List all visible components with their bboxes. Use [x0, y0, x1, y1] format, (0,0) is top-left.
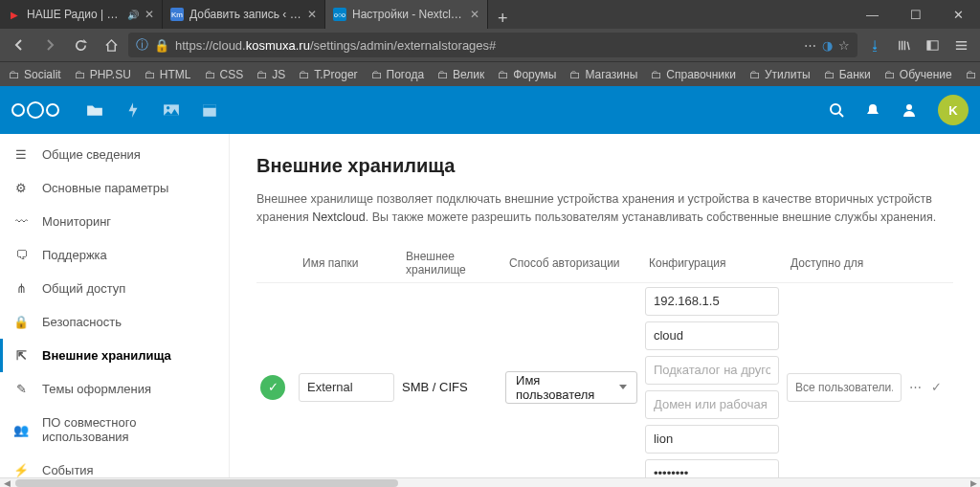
- save-check-button[interactable]: ✓: [931, 380, 942, 394]
- svg-point-7: [906, 104, 912, 110]
- sidebar-item-sharing[interactable]: ⋔Общий доступ: [0, 272, 229, 305]
- calendar-app-icon[interactable]: [201, 101, 218, 119]
- auth-select[interactable]: Имя пользователя: [505, 371, 637, 404]
- config-domain-input[interactable]: [645, 390, 779, 419]
- bookmark[interactable]: 🗀Форумы: [493, 66, 561, 83]
- config-subpath-input[interactable]: [645, 356, 779, 385]
- horizontal-scrollbar[interactable]: ◀ ▶: [0, 477, 980, 487]
- bookmark[interactable]: 🗀Socialit: [4, 66, 66, 83]
- scroll-left-icon[interactable]: ◀: [0, 478, 13, 488]
- sidebar-button[interactable]: [919, 32, 946, 58]
- tab-close-icon[interactable]: ✕: [470, 8, 479, 21]
- bookmark[interactable]: 🗀Справочники: [646, 66, 741, 83]
- minimize-button[interactable]: —: [851, 0, 894, 29]
- folder-icon: 🗀: [749, 68, 761, 81]
- bookmark[interactable]: 🗀Погода: [367, 66, 430, 83]
- bookmark[interactable]: 🗀HTML: [140, 66, 196, 83]
- forward-button[interactable]: [36, 32, 63, 58]
- available-for-input[interactable]: [787, 373, 902, 402]
- gallery-app-icon[interactable]: [163, 101, 180, 119]
- status-ok-icon: ✓: [260, 375, 285, 400]
- folder-icon: 🗀: [9, 68, 20, 81]
- bookmark[interactable]: 🗀Обучение: [880, 66, 957, 83]
- scrollbar-thumb[interactable]: [15, 479, 398, 487]
- folder-name-input[interactable]: [299, 373, 394, 402]
- folder-icon: 🗀: [884, 68, 896, 81]
- folder-icon: 🗀: [966, 68, 977, 81]
- sidebar-item-external-storage[interactable]: ⇱Внешние хранилища: [0, 339, 229, 372]
- bookmark[interactable]: 🗀T.Proger: [294, 66, 362, 83]
- sidebar-item-groupware[interactable]: 👥ПО совместного использования: [0, 406, 229, 454]
- sidebar-item-overview[interactable]: ☰Общие сведения: [0, 138, 229, 171]
- config-user-input[interactable]: [645, 425, 779, 454]
- maximize-button[interactable]: ☐: [894, 0, 937, 29]
- svg-point-6: [831, 104, 840, 114]
- more-actions-button[interactable]: ⋯: [909, 380, 922, 394]
- reload-button[interactable]: [67, 32, 94, 58]
- downloads-button[interactable]: ⭳: [861, 32, 888, 58]
- chat-icon: 🗨: [13, 248, 29, 262]
- settings-sidebar: ☰Общие сведения ⚙Основные параметры 〰Мон…: [0, 134, 230, 487]
- folder-icon: 🗀: [498, 68, 509, 81]
- activity-app-icon[interactable]: [124, 101, 142, 119]
- config-host-input[interactable]: [645, 287, 779, 316]
- caret-icon: [619, 385, 627, 389]
- sidebar-item-theming[interactable]: ✎Темы оформления: [0, 372, 229, 406]
- close-window-button[interactable]: ✕: [937, 0, 980, 29]
- app-switcher: [86, 101, 218, 119]
- tab-title: Настройки - Nextcloud: [352, 8, 464, 21]
- external-icon: ⇱: [13, 348, 29, 363]
- activity-icon: ⚡: [13, 463, 29, 477]
- sidebar-item-security[interactable]: 🔒Безопасность: [0, 305, 229, 339]
- bookmark[interactable]: 🗀Linux: [961, 66, 980, 83]
- bookmark[interactable]: 🗀Велик: [433, 66, 489, 83]
- window-controls: — ☐ ✕: [851, 0, 980, 29]
- col-avail: Доступно для: [783, 244, 905, 283]
- bookmark[interactable]: 🗀CSS: [200, 66, 249, 83]
- col-config: Конфигурация: [641, 244, 783, 283]
- library-button[interactable]: [890, 32, 917, 58]
- scroll-right-icon[interactable]: ▶: [967, 478, 980, 488]
- sidebar-item-monitoring[interactable]: 〰Мониторинг: [0, 205, 229, 238]
- col-backend: Внешнее хранилище: [398, 244, 501, 283]
- tab-title: НАШЕ Радио | Онлайн-пле: [27, 8, 122, 21]
- container-icon[interactable]: ◑: [822, 38, 833, 53]
- content-area: ☰Общие сведения ⚙Основные параметры 〰Мон…: [0, 134, 980, 487]
- user-avatar[interactable]: K: [938, 95, 969, 125]
- home-button[interactable]: [98, 32, 124, 58]
- nextcloud-logo[interactable]: [11, 101, 59, 119]
- back-button[interactable]: [6, 32, 33, 58]
- browser-tab-active[interactable]: o○o Настройки - Nextcloud ✕: [325, 0, 488, 29]
- tab-close-icon[interactable]: ✕: [145, 8, 154, 21]
- folder-icon: 🗀: [371, 68, 383, 81]
- tab-close-icon[interactable]: ✕: [307, 8, 317, 21]
- bookmark[interactable]: 🗀PHP.SU: [70, 66, 136, 83]
- notifications-icon[interactable]: [865, 102, 880, 118]
- files-app-icon[interactable]: [86, 101, 103, 119]
- address-bar[interactable]: ⓘ 🔒 https://cloud.kosmuxa.ru/settings/ad…: [128, 33, 858, 57]
- browser-chrome: ▶ НАШЕ Радио | Онлайн-пле 🔊 ✕ Km Добавит…: [0, 0, 980, 86]
- nextcloud-header: K: [0, 86, 980, 134]
- sidebar-item-support[interactable]: 🗨Поддержка: [0, 238, 229, 272]
- bookmark[interactable]: 🗀Банки: [819, 66, 876, 83]
- page-actions-icon[interactable]: ⋯: [804, 38, 816, 53]
- config-share-input[interactable]: [645, 321, 779, 350]
- backend-label: SMB / CIFS: [402, 380, 468, 394]
- tab-title: Добавить запись ‹ Kosmuxa.ru: [189, 8, 301, 21]
- menu-button[interactable]: [947, 32, 974, 58]
- info-icon[interactable]: ⓘ: [136, 36, 148, 54]
- sidebar-item-basic[interactable]: ⚙Основные параметры: [0, 171, 229, 205]
- browser-tab[interactable]: ▶ НАШЕ Радио | Онлайн-пле 🔊 ✕: [0, 0, 163, 29]
- main-panel: Внешние хранилища Внешнее хранилище позв…: [230, 134, 980, 487]
- search-icon[interactable]: [829, 102, 844, 118]
- bookmark-star-icon[interactable]: ☆: [838, 38, 850, 53]
- contacts-icon[interactable]: [902, 102, 917, 118]
- bookmark[interactable]: 🗀JS: [252, 66, 290, 83]
- tab-strip: ▶ НАШЕ Радио | Онлайн-пле 🔊 ✕ Km Добавит…: [0, 0, 980, 29]
- new-tab-button[interactable]: +: [488, 9, 518, 29]
- bookmark[interactable]: 🗀Утилиты: [745, 66, 815, 83]
- browser-tab[interactable]: Km Добавить запись ‹ Kosmuxa.ru ✕: [163, 0, 325, 29]
- bookmark[interactable]: 🗀Магазины: [565, 66, 642, 83]
- audio-icon[interactable]: 🔊: [127, 10, 139, 20]
- bookmarks-bar: 🗀Socialit 🗀PHP.SU 🗀HTML 🗀CSS 🗀JS 🗀T.Prog…: [0, 61, 980, 86]
